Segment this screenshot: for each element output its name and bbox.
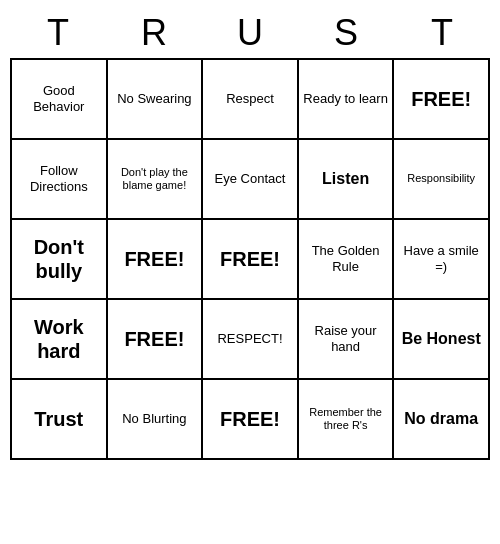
bingo-cell: FREE! bbox=[108, 220, 204, 300]
header-letter: S bbox=[298, 8, 394, 58]
bingo-grid: Good BehaviorNo SwearingRespectReady to … bbox=[10, 58, 490, 460]
bingo-cell: Don't play the blame game! bbox=[108, 140, 204, 220]
bingo-cell: FREE! bbox=[108, 300, 204, 380]
bingo-cell: Remember the three R's bbox=[299, 380, 395, 460]
bingo-cell: No Swearing bbox=[108, 60, 204, 140]
bingo-cell: The Golden Rule bbox=[299, 220, 395, 300]
header-letter: T bbox=[10, 8, 106, 58]
bingo-cell: Be Honest bbox=[394, 300, 490, 380]
bingo-cell: Follow Directions bbox=[12, 140, 108, 220]
bingo-card: TRUST Good BehaviorNo SwearingRespectRea… bbox=[10, 8, 490, 460]
bingo-cell: Eye Contact bbox=[203, 140, 299, 220]
header-letter: U bbox=[202, 8, 298, 58]
bingo-cell: Responsibility bbox=[394, 140, 490, 220]
header-letter: T bbox=[394, 8, 490, 58]
header-letter: R bbox=[106, 8, 202, 58]
bingo-cell: Ready to learn bbox=[299, 60, 395, 140]
bingo-cell: FREE! bbox=[203, 380, 299, 460]
bingo-cell: FREE! bbox=[394, 60, 490, 140]
bingo-cell: Work hard bbox=[12, 300, 108, 380]
bingo-header: TRUST bbox=[10, 8, 490, 58]
bingo-cell: Respect bbox=[203, 60, 299, 140]
bingo-cell: Trust bbox=[12, 380, 108, 460]
bingo-cell: FREE! bbox=[203, 220, 299, 300]
bingo-cell: Listen bbox=[299, 140, 395, 220]
bingo-cell: Good Behavior bbox=[12, 60, 108, 140]
bingo-cell: No Blurting bbox=[108, 380, 204, 460]
bingo-cell: RESPECT! bbox=[203, 300, 299, 380]
bingo-cell: Raise your hand bbox=[299, 300, 395, 380]
bingo-cell: Don't bully bbox=[12, 220, 108, 300]
bingo-cell: No drama bbox=[394, 380, 490, 460]
bingo-cell: Have a smile =) bbox=[394, 220, 490, 300]
